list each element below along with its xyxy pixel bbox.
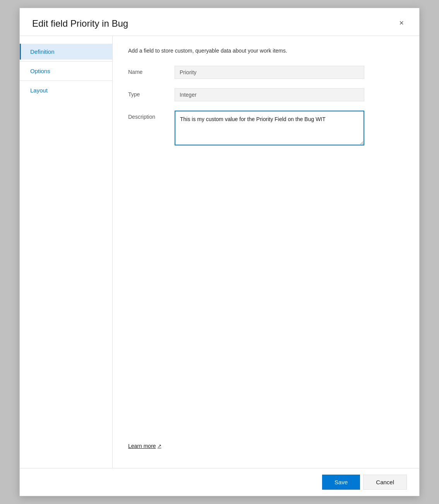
dialog-header: Edit field Priority in Bug ×: [20, 8, 419, 36]
cancel-button[interactable]: Cancel: [363, 475, 407, 490]
external-link-icon: ↗: [158, 443, 161, 449]
type-input[interactable]: [175, 88, 364, 101]
sidebar-divider-2: [20, 80, 112, 81]
description-textarea[interactable]: [175, 111, 364, 145]
name-label: Name: [128, 66, 175, 75]
form-group-description: Description: [128, 111, 404, 145]
type-label: Type: [128, 88, 175, 97]
close-button[interactable]: ×: [396, 17, 407, 28]
dialog-footer: Save Cancel: [20, 468, 419, 496]
sidebar-item-definition[interactable]: Definition: [20, 44, 112, 60]
form-group-type: Type: [128, 88, 404, 101]
content-area: Add a field to store custom, queryable d…: [113, 36, 419, 468]
sidebar-divider-1: [20, 61, 112, 62]
dialog-title: Edit field Priority in Bug: [32, 17, 128, 29]
dialog-body: Definition Options Layout Add a field to…: [20, 36, 419, 468]
edit-field-dialog: Edit field Priority in Bug × Definition …: [19, 8, 420, 496]
content-description: Add a field to store custom, queryable d…: [128, 47, 404, 55]
sidebar-item-options[interactable]: Options: [20, 63, 112, 79]
form-group-name: Name: [128, 66, 404, 79]
sidebar-item-layout[interactable]: Layout: [20, 82, 112, 98]
description-label: Description: [128, 111, 175, 120]
learn-more-link[interactable]: Learn more ↗: [128, 443, 161, 449]
sidebar: Definition Options Layout: [20, 36, 113, 468]
save-button[interactable]: Save: [322, 475, 360, 490]
learn-more-section: Learn more ↗: [128, 427, 404, 457]
name-input[interactable]: [175, 66, 364, 79]
